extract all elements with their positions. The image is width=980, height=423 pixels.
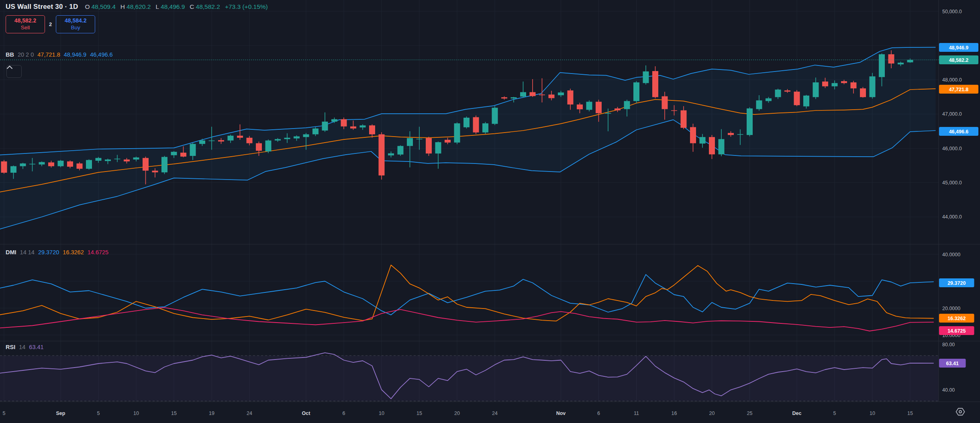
settings-hexagon-icon — [955, 407, 966, 417]
chart-canvas[interactable]: 50,000.048,000.047,000.046,000.045,000.0… — [0, 0, 980, 423]
sell-label: Sell — [21, 25, 30, 31]
buy-label: Buy — [71, 25, 80, 31]
bb-upper-value: 48,946.9 — [64, 51, 86, 58]
buy-price: 48,584.2 — [65, 17, 87, 25]
dmi-name: DMI — [6, 249, 16, 255]
chevron-up-icon — [7, 65, 12, 69]
time-axis[interactable] — [0, 402, 939, 423]
bb-indicator-legend[interactable]: BB 20 2 0 47,721.8 48,946.9 46,496.6 — [6, 51, 113, 58]
dmi-params: 14 14 — [20, 249, 35, 255]
timezone-settings-button[interactable] — [955, 407, 966, 418]
dmi-blue-value: 29.3720 — [38, 249, 59, 255]
sell-button[interactable]: 48,582.2 Sell — [6, 15, 45, 33]
sell-price: 48,582.2 — [14, 17, 37, 25]
bb-lower-value: 46,496.6 — [90, 51, 112, 58]
rsi-name: RSI — [6, 344, 15, 350]
dmi-orange-value: 16.3262 — [63, 249, 84, 255]
bb-name: BB — [6, 51, 14, 58]
collapse-panel-button[interactable] — [6, 65, 22, 78]
bb-basis-value: 47,721.8 — [37, 51, 60, 58]
rsi-params: 14 — [19, 344, 25, 350]
dmi-pink-value: 14.6725 — [88, 249, 108, 255]
rsi-indicator-legend[interactable]: RSI 14 63.41 — [6, 344, 44, 350]
rsi-value: 63.41 — [29, 344, 43, 350]
buy-button[interactable]: 48,584.2 Buy — [56, 15, 95, 33]
trading-chart-window: 50,000.048,000.047,000.046,000.045,000.0… — [0, 0, 980, 423]
bb-params: 20 2 0 — [18, 51, 34, 58]
dmi-indicator-legend[interactable]: DMI 14 14 29.3720 16.3262 14.6725 — [6, 249, 108, 255]
price-axis[interactable] — [939, 0, 980, 402]
